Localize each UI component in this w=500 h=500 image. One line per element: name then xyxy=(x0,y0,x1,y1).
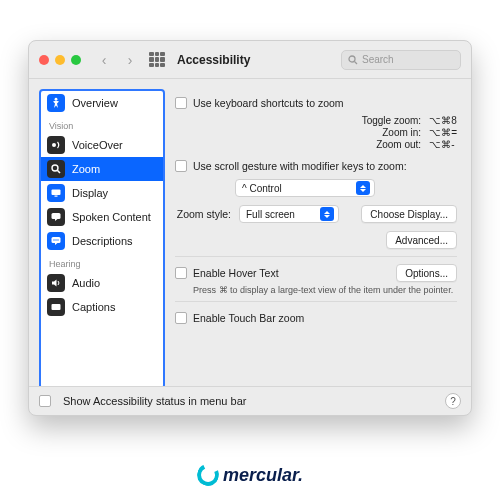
spoken-content-icon xyxy=(47,208,65,226)
sidebar-group-vision: Vision xyxy=(41,115,163,133)
sidebar-item-label: Zoom xyxy=(72,163,100,175)
search-placeholder: Search xyxy=(362,54,394,65)
zoom-out-shortcut: ⌥⌘- xyxy=(429,139,457,150)
svg-rect-7 xyxy=(55,196,58,197)
overview-icon xyxy=(47,94,65,112)
chevron-updown-icon xyxy=(320,207,334,221)
search-input[interactable]: Search xyxy=(341,50,461,70)
brand-watermark: mercular. xyxy=(0,464,500,486)
choose-display-button[interactable]: Choose Display... xyxy=(361,205,457,223)
show-status-checkbox[interactable] xyxy=(39,395,51,407)
descriptions-icon xyxy=(47,232,65,250)
svg-point-10 xyxy=(53,239,54,240)
preferences-window: ‹ › Accessibility Search Overview Vision xyxy=(28,40,472,416)
touch-bar-zoom-row: Enable Touch Bar zoom xyxy=(175,308,457,328)
window-controls xyxy=(39,55,81,65)
toolbar: ‹ › Accessibility Search xyxy=(29,41,471,79)
sidebar-item-display[interactable]: Display xyxy=(41,181,163,205)
sidebar-item-zoom[interactable]: Zoom xyxy=(41,157,163,181)
use-keyboard-shortcuts-checkbox[interactable] xyxy=(175,97,187,109)
sidebar-item-spoken-content[interactable]: Spoken Content xyxy=(41,205,163,229)
svg-rect-13 xyxy=(52,304,61,310)
advanced-button[interactable]: Advanced... xyxy=(386,231,457,249)
zoom-style-value: Full screen xyxy=(246,209,295,220)
svg-point-2 xyxy=(55,98,58,101)
svg-point-3 xyxy=(52,143,56,147)
zoom-out-label: Zoom out: xyxy=(265,139,421,150)
show-status-label: Show Accessibility status in menu bar xyxy=(63,395,246,407)
show-all-icon[interactable] xyxy=(149,52,165,68)
toggle-zoom-shortcut: ⌥⌘8 xyxy=(429,115,457,126)
sidebar-item-descriptions[interactable]: Descriptions xyxy=(41,229,163,253)
sidebar[interactable]: Overview Vision VoiceOver Zoom Display xyxy=(39,89,165,386)
minimize-icon[interactable] xyxy=(55,55,65,65)
hover-text-hint: Press ⌘ to display a large-text view of … xyxy=(193,285,457,295)
window-footer: Show Accessibility status in menu bar ? xyxy=(29,386,471,415)
svg-rect-6 xyxy=(52,190,61,196)
close-icon[interactable] xyxy=(39,55,49,65)
touch-bar-zoom-checkbox[interactable] xyxy=(175,312,187,324)
zoom-style-label: Zoom style: xyxy=(175,208,231,220)
keyboard-shortcuts-list: Toggle zoom: ⌥⌘8 Zoom in: ⌥⌘= Zoom out: … xyxy=(265,115,457,150)
svg-point-12 xyxy=(57,239,58,240)
hover-text-label: Enable Hover Text xyxy=(193,267,279,279)
settings-pane: Use keyboard shortcuts to zoom Toggle zo… xyxy=(175,89,461,378)
svg-line-5 xyxy=(57,170,60,173)
captions-icon xyxy=(47,298,65,316)
brand-text: mercular. xyxy=(223,465,303,486)
sidebar-item-audio[interactable]: Audio xyxy=(41,271,163,295)
sidebar-item-label: Audio xyxy=(72,277,100,289)
modifier-key-value: ^ Control xyxy=(242,183,282,194)
chevron-updown-icon xyxy=(356,181,370,195)
sidebar-item-label: Descriptions xyxy=(72,235,133,247)
content-area: Overview Vision VoiceOver Zoom Display xyxy=(29,79,471,386)
zoom-in-label: Zoom in: xyxy=(265,127,421,138)
zoom-icon xyxy=(47,160,65,178)
toggle-zoom-label: Toggle zoom: xyxy=(265,115,421,126)
sidebar-item-voiceover[interactable]: VoiceOver xyxy=(41,133,163,157)
sidebar-item-captions[interactable]: Captions xyxy=(41,295,163,319)
divider xyxy=(175,256,457,257)
forward-button[interactable]: › xyxy=(121,51,139,69)
back-button[interactable]: ‹ xyxy=(95,51,113,69)
svg-point-0 xyxy=(349,56,355,62)
use-scroll-gesture-label: Use scroll gesture with modifier keys to… xyxy=(193,160,407,172)
divider xyxy=(175,301,457,302)
touch-bar-zoom-label: Enable Touch Bar zoom xyxy=(193,312,304,324)
svg-line-1 xyxy=(355,61,358,64)
search-icon xyxy=(348,55,358,65)
svg-rect-8 xyxy=(52,213,61,219)
sidebar-item-label: Display xyxy=(72,187,108,199)
hover-text-row: Enable Hover Text Options... xyxy=(175,263,457,283)
modifier-key-select[interactable]: ^ Control xyxy=(235,179,375,197)
svg-point-11 xyxy=(55,239,56,240)
use-scroll-gesture-row: Use scroll gesture with modifier keys to… xyxy=(175,156,457,176)
svg-point-4 xyxy=(52,165,58,171)
display-icon xyxy=(47,184,65,202)
use-scroll-gesture-checkbox[interactable] xyxy=(175,160,187,172)
audio-icon xyxy=(47,274,65,292)
zoom-style-select[interactable]: Full screen xyxy=(239,205,339,223)
voiceover-icon xyxy=(47,136,65,154)
hover-text-options-button[interactable]: Options... xyxy=(396,264,457,282)
brand-logo-icon xyxy=(194,461,222,489)
help-button[interactable]: ? xyxy=(445,393,461,409)
sidebar-group-hearing: Hearing xyxy=(41,253,163,271)
zoom-in-shortcut: ⌥⌘= xyxy=(429,127,457,138)
zoom-window-icon[interactable] xyxy=(71,55,81,65)
hover-text-checkbox[interactable] xyxy=(175,267,187,279)
use-keyboard-shortcuts-row: Use keyboard shortcuts to zoom xyxy=(175,93,457,113)
sidebar-item-label: VoiceOver xyxy=(72,139,123,151)
window-title: Accessibility xyxy=(177,53,250,67)
sidebar-item-label: Overview xyxy=(72,97,118,109)
sidebar-item-overview[interactable]: Overview xyxy=(41,91,163,115)
use-keyboard-shortcuts-label: Use keyboard shortcuts to zoom xyxy=(193,97,344,109)
sidebar-item-label: Captions xyxy=(72,301,115,313)
sidebar-item-label: Spoken Content xyxy=(72,211,151,223)
